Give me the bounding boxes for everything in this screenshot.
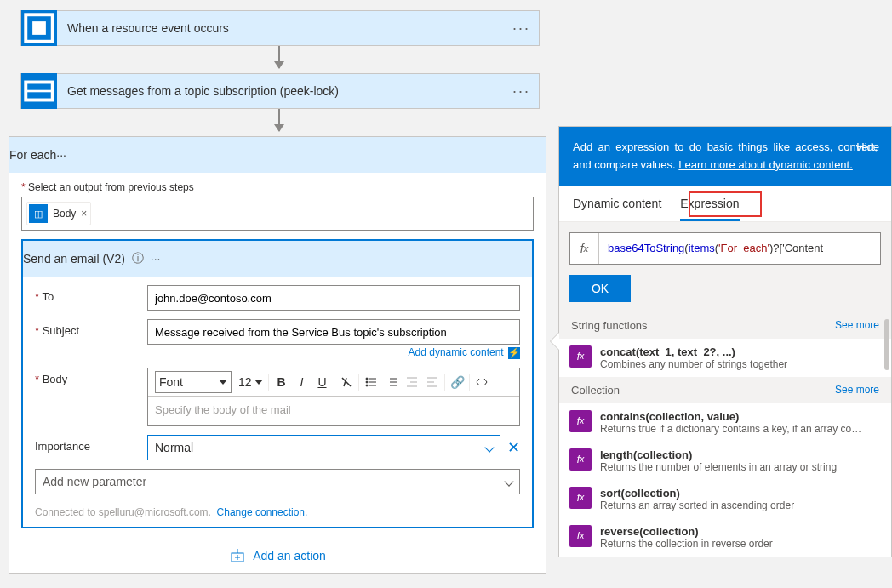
italic-button[interactable]: I [291, 372, 312, 392]
tab-dynamic-content[interactable]: Dynamic content [573, 197, 661, 221]
to-label: * To [35, 285, 147, 303]
see-more-string[interactable]: See more [835, 319, 879, 332]
svg-point-9 [366, 385, 368, 386]
bold-button[interactable]: B [271, 372, 291, 392]
remove-token-icon[interactable]: × [81, 208, 87, 220]
add-action-icon [229, 547, 246, 564]
trigger-menu[interactable]: ··· [504, 20, 539, 37]
indent-button[interactable] [422, 372, 443, 392]
servicebus-menu[interactable]: ··· [504, 83, 539, 100]
token-label: Body [53, 208, 76, 220]
fn-contains[interactable]: fx contains(collection, value)Returns tr… [559, 403, 891, 442]
trigger-step[interactable]: When a resource event occurs ··· [20, 10, 540, 46]
importance-label: Importance [35, 435, 147, 453]
body-editor: Font 12 B I U [147, 368, 520, 426]
to-input[interactable] [147, 285, 520, 311]
font-select[interactable]: Font [155, 371, 232, 393]
send-email-action: Send an email (V2) ⓘ ··· * To * Subject … [21, 239, 534, 528]
font-size-select[interactable]: 12 [235, 370, 266, 394]
body-label: * Body [35, 368, 147, 385]
add-dynamic-content-link[interactable]: Add dynamic content [409, 346, 504, 358]
body-textarea[interactable]: Specify the body of the mail [148, 397, 519, 425]
hide-panel-button[interactable]: Hide [856, 139, 879, 157]
foreach-input[interactable]: ◫ Body × [21, 197, 534, 231]
foreach-header[interactable]: For each ··· [9, 137, 546, 173]
subject-input[interactable] [147, 319, 520, 345]
servicebus-title: Get messages from a topic subscription (… [57, 84, 504, 98]
fn-concat[interactable]: fx concat(text_1, text_2?, ...)Combines … [559, 339, 891, 377]
fn-length[interactable]: fx length(collection)Returns the number … [559, 442, 891, 480]
svg-rect-1 [32, 21, 46, 35]
email-menu[interactable]: ··· [151, 252, 161, 265]
add-action-button[interactable]: Add an action [21, 547, 534, 564]
highlight-box [689, 191, 762, 217]
change-connection-link[interactable]: Change connection. [217, 506, 308, 518]
email-title: Send an email (V2) [23, 252, 125, 265]
email-header[interactable]: Send an email (V2) ⓘ ··· [23, 241, 532, 277]
add-parameter-select[interactable]: Add new parameter [35, 469, 520, 494]
fx-icon: fx [569, 410, 592, 432]
connection-info: Connected to spelluru@microsoft.com. Cha… [35, 506, 520, 518]
fx-icon: fx [569, 487, 592, 509]
svg-point-7 [366, 378, 368, 380]
clear-importance-button[interactable]: ✕ [507, 438, 520, 457]
number-list-button[interactable] [381, 372, 402, 392]
servicebus-step[interactable]: Get messages from a topic subscription (… [20, 73, 540, 109]
category-collection: Collection See more [559, 377, 891, 403]
rte-toolbar: Font 12 B I U [148, 368, 519, 397]
flow-arrow [278, 109, 280, 131]
trigger-title: When a resource event occurs [57, 21, 504, 35]
fx-icon: fx [569, 448, 592, 471]
fx-icon: fx [569, 345, 592, 368]
clear-format-button[interactable] [336, 372, 357, 392]
importance-select[interactable]: Normal [147, 435, 500, 460]
fx-icon: fx [569, 525, 592, 547]
panel-beak [551, 333, 559, 350]
fx-icon: fx [570, 233, 599, 264]
bullet-list-button[interactable] [361, 372, 381, 392]
body-token[interactable]: ◫ Body × [26, 202, 91, 225]
svg-point-8 [366, 381, 368, 383]
see-more-collection[interactable]: See more [835, 384, 879, 397]
code-view-button[interactable] [472, 372, 492, 392]
outdent-button[interactable] [402, 372, 422, 392]
expression-panel: Add an expression to do basic things lik… [558, 126, 892, 557]
dynamic-content-icon[interactable]: ⚡ [508, 347, 520, 359]
flow-arrow [278, 46, 280, 68]
select-output-label: * Select an output from previous steps [21, 181, 534, 193]
expression-input-wrapper: fx base64ToString(items('For_each')?['Co… [569, 232, 881, 265]
fn-sort[interactable]: fx sort(collection)Returns an array sort… [559, 480, 891, 518]
subject-label: * Subject [35, 319, 147, 337]
fn-reverse[interactable]: fx reverse(collection)Returns the collec… [559, 518, 891, 557]
foreach-scope: For each ··· * Select an output from pre… [9, 136, 546, 574]
ok-button[interactable]: OK [569, 275, 631, 302]
scrollbar-thumb[interactable] [884, 319, 889, 370]
event-grid-icon [21, 10, 57, 46]
link-button[interactable]: 🔗 [447, 372, 467, 392]
learn-more-link[interactable]: Learn more about dynamic content. [678, 158, 853, 171]
foreach-title: For each [9, 148, 56, 162]
service-bus-icon [21, 73, 57, 109]
expression-input[interactable]: base64ToString(items('For_each')?['Conte… [599, 242, 880, 254]
foreach-menu[interactable]: ··· [56, 148, 66, 162]
info-icon[interactable]: ⓘ [125, 251, 151, 266]
category-string: String functions See more [559, 312, 891, 339]
panel-intro: Add an expression to do basic things lik… [559, 127, 891, 186]
service-bus-icon: ◫ [29, 204, 48, 223]
underline-button[interactable]: U [312, 372, 332, 392]
